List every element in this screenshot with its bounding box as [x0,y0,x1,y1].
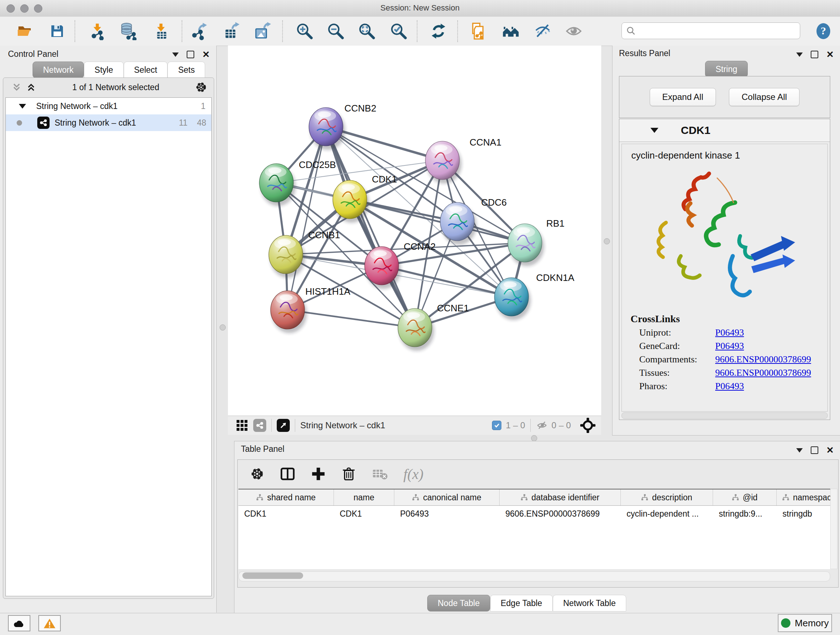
search-input[interactable] [636,26,796,36]
import-network-database-button[interactable] [118,22,137,41]
table-row[interactable]: CDK1CDK1P064939606.ENSP00000378699cyclin… [238,506,830,522]
node-cdk1[interactable] [333,180,369,223]
table-cell[interactable]: 9606.ENSP00000378699 [500,506,621,522]
node-cdc6[interactable] [440,203,477,245]
node-ccne1[interactable] [398,309,434,351]
gear-icon[interactable] [195,81,207,93]
first-neighbors-button[interactable] [501,22,520,41]
node-ccna1[interactable] [425,141,462,184]
float-panel-icon[interactable] [811,447,818,454]
gene-header-row[interactable]: CDK1 [619,119,830,142]
table-cell[interactable]: cyclin-dependent ... [621,506,713,522]
collapse-all-button[interactable]: Collapse All [729,88,799,106]
tree-expand-icon[interactable] [19,104,26,109]
zoom-out-button[interactable] [326,22,345,41]
apply-layout-button[interactable] [429,22,448,41]
grid-view-icon[interactable] [236,419,248,432]
tab-network[interactable]: Network [33,62,84,78]
add-column-icon[interactable] [311,466,326,481]
splitter-handle[interactable] [604,238,610,244]
tab-node-table[interactable]: Node Table [427,595,490,611]
help-button[interactable]: ? [814,22,833,41]
collapse-panel-icon[interactable] [172,52,179,57]
tab-edge-table[interactable]: Edge Table [490,595,553,611]
tab-string[interactable]: String [705,61,748,78]
crosslink-link-genecard[interactable]: P06493 [715,340,744,352]
close-panel-icon[interactable]: ✕ [826,446,834,455]
hide-selected-button[interactable] [533,22,552,41]
node-cdc25b[interactable] [259,164,295,206]
column-header-canonical-name[interactable]: canonical name [394,489,500,505]
tab-sets[interactable]: Sets [167,62,205,78]
node-rb1[interactable] [508,224,544,266]
scrollbar-thumb[interactable] [242,572,303,579]
crosslink-link-uniprot[interactable]: P06493 [715,327,744,338]
column-header-name[interactable]: name [334,489,394,505]
close-panel-icon[interactable]: ✕ [202,50,210,59]
table-horizontal-scrollbar[interactable] [238,571,830,581]
expand-all-icon[interactable] [26,82,36,93]
table-cell[interactable]: stringdb [777,506,830,522]
column-header-namespac[interactable]: namespac [777,489,830,505]
crosslink-link-compartments[interactable]: 9606.ENSP00000378699 [715,354,811,365]
node-table[interactable]: shared namenamecanonical namedatabase id… [238,489,830,569]
current-view-icon[interactable] [253,419,266,432]
show-all-button[interactable] [564,22,583,41]
column-label: canonical name [423,493,481,502]
expand-all-button[interactable]: Expand All [650,88,716,106]
zoom-in-button[interactable] [295,22,314,41]
cloud-button[interactable] [8,615,30,631]
gear-icon[interactable] [250,467,264,481]
network-canvas[interactable]: CCNB2CCNA1CDC25BCDK1CDC6RB1CCNB1CCNA2CDK… [228,46,601,416]
import-network-file-button[interactable] [88,22,107,41]
zoom-selected-button[interactable] [389,22,408,41]
collapse-panel-icon[interactable] [796,52,803,57]
save-session-button[interactable] [48,22,66,41]
collapse-all-icon[interactable] [11,82,22,93]
network-collection-row[interactable]: String Network – cdk1 1 [6,98,211,114]
table-vertical-scrollbar[interactable] [830,489,837,569]
collapse-entry-icon[interactable] [651,128,658,133]
tab-style[interactable]: Style [84,62,123,78]
import-table-button[interactable] [152,22,171,41]
node-cdkn1a[interactable] [494,278,531,320]
export-table-button[interactable] [221,22,240,41]
open-session-button[interactable] [15,22,34,41]
table-cell[interactable]: CDK1 [238,506,334,522]
column-header-database-identifier[interactable]: database identifier [500,489,621,505]
collapse-panel-icon[interactable] [796,448,803,453]
delete-column-icon[interactable] [341,466,356,481]
crosslink-link-pharos[interactable]: P06493 [715,381,744,392]
float-panel-icon[interactable] [811,51,818,58]
network-row-selected[interactable]: String Network – cdk1 11 48 [6,114,211,131]
table-cell[interactable]: CDK1 [334,506,394,522]
export-image-button[interactable] [253,22,271,41]
network-from-selection-button[interactable] [469,22,488,41]
splitter-handle[interactable] [219,325,226,331]
column-header-shared-name[interactable]: shared name [238,489,334,505]
crosslink-link-tissues[interactable]: 9606.ENSP00000378699 [715,367,811,378]
table-cell[interactable]: P06493 [394,506,500,522]
node-ccna2[interactable] [365,247,401,289]
table-cell[interactable]: stringdb:9... [713,506,777,522]
birdseye-view-icon[interactable] [580,418,595,433]
node-ccnb2[interactable] [309,108,345,150]
splitter-handle[interactable] [531,435,537,441]
zoom-fit-button[interactable] [357,22,376,41]
column-header-description[interactable]: description [621,489,713,505]
column-header-id[interactable]: @id [713,489,777,505]
tab-select[interactable]: Select [124,62,168,78]
warnings-button[interactable] [38,615,61,631]
node-hist1h1a[interactable] [271,291,307,333]
results-scrollbar[interactable] [622,412,828,419]
detach-view-icon[interactable] [277,419,290,432]
float-panel-icon[interactable] [187,51,194,58]
export-network-button[interactable] [189,22,208,41]
show-columns-icon[interactable] [279,466,295,482]
close-panel-icon[interactable]: ✕ [826,50,834,59]
memory-button[interactable]: Memory [778,614,832,632]
selected-checkbox-icon[interactable] [492,421,501,430]
tab-network-table[interactable]: Network Table [553,595,626,611]
search-field[interactable] [622,22,800,39]
edge-CCNB2-CCNE1[interactable] [326,127,415,328]
